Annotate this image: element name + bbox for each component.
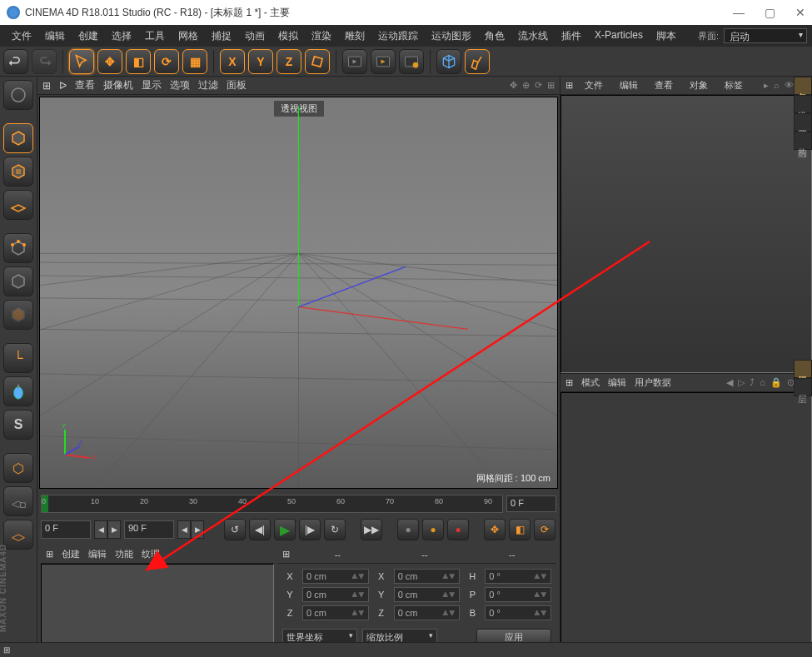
make-editable-button[interactable]	[3, 80, 33, 110]
current-frame-input[interactable]: 0 F	[41, 520, 91, 539]
scale-tool[interactable]: ◧	[126, 49, 151, 74]
obj-search-icon[interactable]: ⌕	[774, 80, 780, 91]
attr-new-icon[interactable]: 🔒	[770, 377, 782, 388]
record-key-button[interactable]: ●	[397, 519, 419, 540]
menu-14[interactable]: 流水线	[511, 29, 555, 43]
prev-key-button[interactable]: ◀|	[249, 519, 271, 540]
vp-menu-filter[interactable]: 过滤	[198, 78, 218, 92]
render-view-button[interactable]	[342, 49, 367, 74]
side-tab-structure[interactable]: 构造	[794, 132, 812, 150]
minimize-button[interactable]: —	[733, 6, 745, 19]
vp-nav-icon-1[interactable]: ✥	[510, 80, 517, 91]
close-button[interactable]: ✕	[795, 6, 805, 19]
obj-eye-icon[interactable]: 👁	[785, 80, 794, 91]
panel-drag-icon[interactable]: ⊞	[282, 549, 290, 560]
timeline-ruler[interactable]: 0102030405060708090	[41, 495, 503, 513]
obj-expand-icon[interactable]: ▸	[764, 80, 769, 91]
side-tab-browser[interactable]: 内容浏览器	[794, 113, 812, 132]
coord-y-pos[interactable]: 0 cm⯅⯆	[302, 587, 369, 602]
render-settings-button[interactable]	[399, 49, 424, 74]
move-tool[interactable]: ✥	[97, 49, 122, 74]
vp-menu-view[interactable]: 查看	[75, 78, 95, 92]
coord-p-rot[interactable]: 0 °⯅⯆	[485, 587, 551, 602]
panel-drag-icon[interactable]: ⊞	[565, 80, 573, 91]
coord-x-size[interactable]: 0 cm⯅⯆	[394, 569, 461, 584]
tweak-tool-button[interactable]	[3, 376, 33, 406]
mat-menu-func[interactable]: 功能	[115, 548, 133, 560]
vp-nav-icon-4[interactable]: ⊞	[547, 80, 555, 91]
texture-mode-button[interactable]	[3, 157, 33, 187]
interface-select[interactable]: 启动	[724, 28, 807, 43]
axis-z-lock[interactable]: Z	[276, 49, 301, 74]
spline-pen-button[interactable]	[465, 49, 490, 74]
side-tab-attr[interactable]: 属性	[794, 360, 812, 378]
polygon-mode-button[interactable]	[3, 300, 33, 330]
menu-0[interactable]: 文件	[5, 29, 38, 43]
menu-10[interactable]: 雕刻	[338, 29, 371, 43]
end-up-button[interactable]: ▶	[191, 520, 204, 539]
render-picture-viewer-button[interactable]	[371, 49, 396, 74]
axis-y-lock[interactable]: Y	[248, 49, 273, 74]
obj-menu-file[interactable]: 文件	[580, 79, 608, 92]
objects-panel-body[interactable]	[560, 95, 812, 373]
side-tab-objects[interactable]: 对象	[794, 77, 812, 95]
end-frame-input[interactable]: 90 F	[124, 520, 174, 539]
coord-system[interactable]	[305, 49, 330, 74]
vp-nav-icon-2[interactable]: ⊕	[522, 80, 530, 91]
menu-12[interactable]: 运动图形	[425, 29, 478, 43]
attr-menu-userdata[interactable]: 用户数据	[635, 376, 671, 389]
axis-tool-button[interactable]: └	[3, 343, 33, 373]
point-mode-button[interactable]	[3, 233, 33, 263]
end-down-button[interactable]: ◀	[177, 520, 191, 539]
perspective-viewport[interactable]: 透视视图	[39, 97, 558, 489]
materials-panel-body[interactable]	[41, 564, 274, 654]
last-tool[interactable]: ▦	[182, 49, 207, 74]
primitive-cube-button[interactable]	[436, 49, 461, 74]
menu-3[interactable]: 选择	[105, 29, 138, 43]
mat-menu-create[interactable]: 创建	[62, 548, 80, 560]
obj-menu-tags[interactable]: 标签	[720, 79, 748, 92]
coord-y-size[interactable]: 0 cm⯅⯆	[394, 587, 461, 602]
play-button[interactable]: ▶	[274, 519, 296, 540]
menu-7[interactable]: 动画	[238, 29, 271, 43]
side-tab-layers[interactable]: 层	[794, 378, 812, 396]
menu-16[interactable]: X-Particles	[588, 29, 650, 43]
panel-drag-icon[interactable]: ⊞	[46, 549, 53, 560]
menu-5[interactable]: 网格	[172, 29, 205, 43]
coord-x-pos[interactable]: 0 cm⯅⯆	[302, 569, 369, 584]
key-pos-button[interactable]: ✥	[484, 519, 506, 540]
attr-fwd-icon[interactable]: ▷	[738, 377, 745, 388]
undo-button[interactable]	[3, 49, 28, 74]
axis-x-lock[interactable]: X	[220, 49, 245, 74]
maximize-button[interactable]: ▢	[765, 6, 775, 19]
vp-menu-camera[interactable]: 摄像机	[103, 78, 133, 92]
frame-down-button[interactable]: ◀	[94, 520, 107, 539]
planar-workplane-button[interactable]	[3, 520, 33, 550]
attributes-panel-body[interactable]	[560, 392, 812, 657]
snap-button[interactable]: S	[3, 410, 33, 440]
menu-4[interactable]: 工具	[138, 29, 172, 43]
workplane-mode-button[interactable]	[3, 190, 33, 220]
grid-icon[interactable]: ⊞	[42, 80, 51, 92]
key-rot-button[interactable]: ⟳	[534, 519, 555, 540]
goto-start-button[interactable]: ↺	[224, 519, 246, 540]
mat-menu-edit[interactable]: 编辑	[88, 548, 107, 560]
status-drag-icon[interactable]: ⊞	[3, 645, 10, 655]
goto-end-button[interactable]: ↻	[324, 519, 346, 540]
mat-menu-tex[interactable]: 纹理	[142, 548, 160, 560]
key-scale-button[interactable]: ◧	[509, 519, 531, 540]
menu-9[interactable]: 渲染	[305, 29, 338, 43]
attr-back-icon[interactable]: ◀	[726, 377, 733, 388]
coord-z-size[interactable]: 0 cm⯅⯆	[394, 605, 461, 620]
frame-up-button[interactable]: ▶	[107, 520, 121, 539]
panel-drag-icon[interactable]: ⊞	[565, 377, 573, 388]
lock-workplane-button[interactable]	[3, 486, 33, 516]
obj-menu-view[interactable]: 查看	[650, 79, 678, 92]
model-mode-button[interactable]	[3, 123, 33, 153]
autokey-button[interactable]: ●	[422, 519, 444, 540]
menu-6[interactable]: 捕捉	[205, 29, 238, 43]
rotate-tool[interactable]: ⟳	[154, 49, 179, 74]
edge-mode-button[interactable]	[3, 266, 33, 296]
menu-1[interactable]: 编辑	[38, 29, 72, 43]
menu-11[interactable]: 运动跟踪	[371, 29, 425, 43]
